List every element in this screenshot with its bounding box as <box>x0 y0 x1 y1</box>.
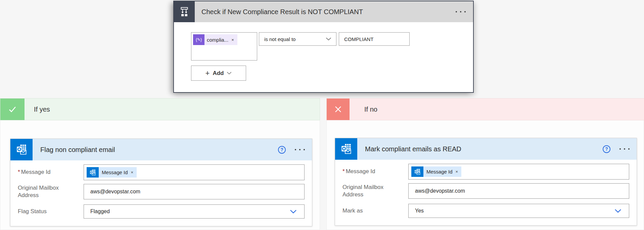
outlook-icon <box>335 138 357 160</box>
branch-condition-icon <box>174 1 195 22</box>
field-label: Original Mailbox Address <box>18 184 84 199</box>
condition-menu-button[interactable] <box>456 11 466 12</box>
field-label: Original Mailbox Address <box>342 184 408 199</box>
help-button[interactable]: ? <box>603 145 610 153</box>
field-label: *Message Id <box>18 168 84 176</box>
plus-icon: + <box>205 70 210 77</box>
action-title: Mark compliant emails as READ <box>365 145 461 153</box>
required-marker: * <box>342 168 345 175</box>
outlook-icon <box>411 166 423 177</box>
chevron-down-icon <box>614 209 622 213</box>
outlook-icon <box>10 139 33 160</box>
flag-status-dropdown[interactable]: Flagged <box>84 204 305 219</box>
remove-token-icon[interactable]: × <box>131 170 134 175</box>
condition-operand-box[interactable]: {✎} complia... × <box>191 32 257 61</box>
comparison-value: COMPLIANT <box>344 36 374 42</box>
x-icon <box>327 99 350 120</box>
comparison-value-input[interactable]: COMPLIANT <box>339 32 410 46</box>
field-label: *Message Id <box>342 168 408 175</box>
action-title: Flag non compliant email <box>40 146 115 154</box>
flow-designer-canvas: Check if New Compliance Result is NOT CO… <box>0 0 644 230</box>
remove-token-icon[interactable]: × <box>456 169 458 174</box>
checkmark-icon <box>0 99 25 120</box>
action-menu-button[interactable] <box>295 149 305 150</box>
message-id-token-pill[interactable]: Message Id × <box>411 166 461 177</box>
condition-card: Check if New Compliance Result is NOT CO… <box>173 1 474 93</box>
mark-read-action-card: Mark compliant emails as READ ? *Message… <box>335 138 637 226</box>
action-menu-button[interactable] <box>619 148 630 150</box>
outlook-icon <box>87 167 99 178</box>
action-card-header[interactable]: Mark compliant emails as READ ? <box>335 138 637 160</box>
if-yes-label: If yes <box>34 106 50 113</box>
field-label: Mark as <box>342 207 408 215</box>
required-marker: * <box>18 169 20 175</box>
condition-body: {✎} complia... × is not equal to COMPLIA… <box>174 22 473 81</box>
field-label: Flag Status <box>18 208 84 215</box>
action-card-header[interactable]: Flag non compliant email ? <box>10 139 312 160</box>
condition-title: Check if New Compliance Result is NOT CO… <box>201 8 363 16</box>
chevron-down-icon <box>326 37 331 41</box>
if-yes-branch-header[interactable]: If yes <box>0 98 320 120</box>
remove-token-icon[interactable]: × <box>231 37 235 42</box>
if-no-branch-header[interactable]: If no <box>326 98 644 120</box>
message-id-input[interactable]: Message Id × <box>408 164 629 180</box>
chevron-down-icon <box>227 72 232 75</box>
message-id-input[interactable]: Message Id × <box>84 164 305 180</box>
if-no-label: If no <box>364 106 377 113</box>
flag-email-action-card: Flag non compliant email ? *Message Id <box>10 139 312 226</box>
condition-card-header[interactable]: Check if New Compliance Result is NOT CO… <box>174 1 473 22</box>
operand-pill-label: complia... <box>207 37 228 43</box>
operator-value: is not equal to <box>264 36 295 42</box>
help-button[interactable]: ? <box>278 146 286 154</box>
message-id-token-pill[interactable]: Message Id × <box>87 167 137 178</box>
dynamic-content-pill[interactable]: {✎} complia... × <box>193 34 237 45</box>
mailbox-address-input[interactable]: aws@devopstar.com <box>84 184 305 199</box>
mailbox-address-input[interactable]: aws@devopstar.com <box>408 183 629 199</box>
operator-dropdown[interactable]: is not equal to <box>259 32 336 46</box>
add-condition-button[interactable]: + Add <box>191 66 246 81</box>
expression-fx-icon: {✎} <box>193 34 204 45</box>
chevron-down-icon <box>290 209 297 214</box>
mark-as-dropdown[interactable]: Yes <box>408 204 629 218</box>
